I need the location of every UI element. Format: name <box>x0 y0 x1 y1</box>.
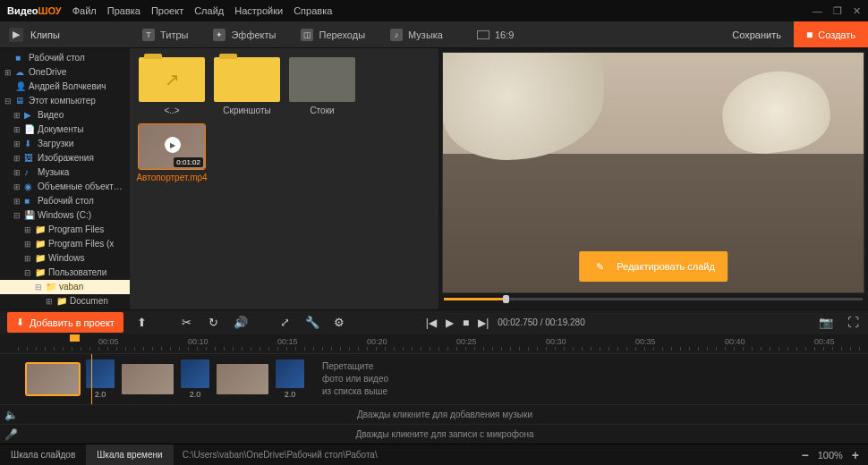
menu-settings[interactable]: Настройки <box>234 5 283 16</box>
gear-icon[interactable]: ⚙ <box>331 316 347 329</box>
app-logo: ВидеоШОУ <box>7 5 62 16</box>
status-path: C:\Users\vaban\OneDrive\Рабочий стол\Раб… <box>174 450 387 460</box>
scale-slides-tab[interactable]: Шкала слайдов <box>0 444 86 465</box>
menu-bar: ВидеоШОУ Файл Правка Проект Слайд Настро… <box>0 0 868 21</box>
ruler-mark: 00:30 <box>546 337 566 346</box>
tree-node[interactable]: ⊞📁Documen <box>0 294 130 309</box>
tree-node[interactable]: 👤Андрей Волчкевич <box>0 80 130 94</box>
video-clip[interactable] <box>217 364 268 394</box>
snapshot-icon[interactable]: 📷 <box>818 316 834 329</box>
preview-image[interactable]: ✎ Редактировать слайд <box>442 52 864 293</box>
crop-icon[interactable]: ⤢ <box>277 316 294 329</box>
zoom-value: 100% <box>818 450 843 461</box>
video-clip[interactable] <box>27 364 79 394</box>
tab-transitions[interactable]: ◫Переходы <box>288 21 378 47</box>
save-button[interactable]: Сохранить <box>719 21 794 47</box>
menu-project[interactable]: Проект <box>151 5 183 16</box>
ruler-mark: 00:20 <box>367 337 387 346</box>
ruler-mark: 00:25 <box>456 337 477 346</box>
tree-node[interactable]: ⊞▶Видео <box>0 108 130 123</box>
timeline: 00:0500:1000:1500:2000:2500:3000:3500:40… <box>0 334 868 444</box>
playhead-icon[interactable] <box>70 334 80 342</box>
next-frame-icon[interactable]: ▶| <box>478 317 489 329</box>
menu-help[interactable]: Справка <box>294 5 332 16</box>
tree-node[interactable]: ⊞🖼Изображения <box>0 151 130 165</box>
ruler-mark: 00:35 <box>635 337 656 346</box>
browser-item[interactable]: Стоки <box>289 57 355 115</box>
tree-node[interactable]: ⊟💾Windows (C:) <box>0 208 130 223</box>
tree-node[interactable]: ⊞⬇Загрузки <box>0 137 130 151</box>
tree-node[interactable]: ⊟📁Пользователи <box>0 266 130 280</box>
cut-icon[interactable]: ✂ <box>179 316 195 329</box>
file-browser: <..>СкриншотыСтоки▶0:01:02Автопортрет.mp… <box>130 48 438 309</box>
stop-icon[interactable]: ■ <box>463 317 469 329</box>
ruler-mark: 00:15 <box>277 337 298 346</box>
video-clip[interactable] <box>122 364 174 394</box>
menu-file[interactable]: Файл <box>72 5 97 16</box>
fullscreen-icon[interactable]: ⛶ <box>845 316 861 329</box>
music-icon: ♪ <box>390 29 403 41</box>
drop-hint: Перетащитефото или видеоиз списка выше <box>322 360 388 398</box>
tree-node[interactable]: ⊞♪Музыка <box>0 165 130 180</box>
tab-titles[interactable]: TТитры <box>130 21 200 47</box>
browser-item[interactable]: <..> <box>139 57 205 115</box>
tree-node[interactable]: ⊞◉Объемные объект… <box>0 180 130 194</box>
create-button[interactable]: ■Создать <box>794 21 868 47</box>
status-bar: Шкала слайдов Шкала времени C:\Users\vab… <box>0 444 868 465</box>
action-toolbar: ⬇Добавить в проект ⬆ ✂ ↻ 🔊 ⤢ 🔧 ⚙ |◀ ▶ ■ … <box>0 309 868 334</box>
preview-scrubber[interactable] <box>442 293 864 306</box>
zoom-in-button[interactable]: + <box>852 448 859 462</box>
menu-slide[interactable]: Слайд <box>194 5 224 16</box>
timeline-ruler[interactable]: 00:0500:1000:1500:2000:2500:3000:3500:40… <box>0 334 868 354</box>
download-icon: ⬇ <box>16 317 24 328</box>
minimize-icon[interactable]: — <box>813 5 822 17</box>
play-button-icon[interactable]: ▶ <box>446 317 454 329</box>
effects-icon: ✦ <box>213 29 226 41</box>
clips-button[interactable]: ▶ Клипы <box>0 21 130 47</box>
mic-track[interactable]: 🎤 Дважды кликните для записи с микрофона <box>0 424 868 444</box>
tree-node[interactable]: ⊞📁Program Files (x <box>0 237 130 251</box>
tree-node[interactable]: ⊞📁Windows <box>0 251 130 266</box>
menu-edit[interactable]: Правка <box>107 5 140 16</box>
pencil-icon: ✎ <box>591 258 608 275</box>
speaker-icon[interactable]: 🔈 <box>0 409 21 421</box>
tree-node[interactable]: ⊞📄Документы <box>0 123 130 137</box>
music-track[interactable]: 🔈 Дважды кликните для добавления музыки <box>0 404 868 424</box>
video-track: 2.02.02.0Перетащитефото или видеоиз спис… <box>0 354 868 404</box>
tree-node[interactable]: ⊞■Рабочий стол <box>0 194 130 208</box>
tree-node[interactable]: ⊟📁vaban <box>0 280 130 294</box>
transition-clip[interactable]: 2.0 <box>181 359 209 399</box>
maximize-icon[interactable]: ❐ <box>833 5 842 17</box>
folder-tree[interactable]: ■Рабочий стол⊞☁OneDrive👤Андрей Волчкевич… <box>0 48 130 309</box>
tree-node[interactable]: ⊟🖥Этот компьютер <box>0 94 130 108</box>
transition-clip[interactable]: 2.0 <box>276 359 304 399</box>
aspect-ratio[interactable]: 16:9 <box>466 21 524 47</box>
edit-slide-button[interactable]: ✎ Редактировать слайд <box>579 251 728 282</box>
tree-node[interactable]: ⊞☁OneDrive <box>0 65 130 80</box>
ruler-mark: 00:05 <box>98 337 119 346</box>
tree-node[interactable]: ■Рабочий стол <box>0 51 130 65</box>
mic-icon[interactable]: 🎤 <box>0 428 21 441</box>
browser-item[interactable]: Скриншоты <box>214 57 280 115</box>
playhead-line[interactable] <box>91 354 92 404</box>
volume-icon[interactable]: 🔊 <box>233 316 249 329</box>
preview-panel: ✎ Редактировать слайд <box>438 48 868 309</box>
text-icon: T <box>142 29 155 41</box>
prev-frame-icon[interactable]: |◀ <box>426 317 437 329</box>
top-toolbar: ▶ Клипы TТитры ✦Эффекты ◫Переходы ♪Музык… <box>0 21 868 48</box>
ruler-mark: 00:10 <box>188 337 208 346</box>
add-to-project-button[interactable]: ⬇Добавить в проект <box>7 312 123 333</box>
browser-item[interactable]: ▶0:01:02Автопортрет.mp4 <box>139 124 205 182</box>
upload-icon[interactable]: ⬆ <box>134 316 150 329</box>
wrench-icon[interactable]: 🔧 <box>304 316 320 329</box>
zoom-out-button[interactable]: − <box>801 448 808 462</box>
ruler-mark: 00:45 <box>814 337 835 346</box>
transitions-icon: ◫ <box>301 29 313 41</box>
tree-node[interactable]: ⊞📁Program Files <box>0 223 130 237</box>
tab-music[interactable]: ♪Музыка <box>378 21 455 47</box>
rotate-icon[interactable]: ↻ <box>206 316 222 329</box>
tab-effects[interactable]: ✦Эффекты <box>200 21 288 47</box>
close-icon[interactable]: ✕ <box>853 5 861 17</box>
transition-clip[interactable]: 2.0 <box>86 359 115 399</box>
scale-time-tab[interactable]: Шкала времени <box>86 444 173 465</box>
